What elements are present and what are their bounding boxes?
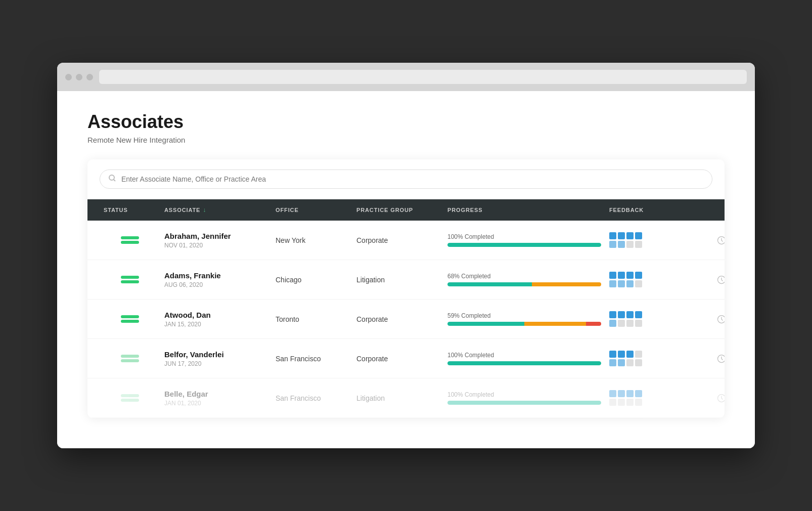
feedback-dot: [609, 311, 616, 318]
feedback-dot: [618, 280, 625, 287]
associate-name: Abraham, Jennifer: [164, 231, 267, 241]
search-input-wrap[interactable]: [100, 169, 712, 189]
practice-group-cell: Corporate: [352, 230, 443, 251]
feedback-dot: [626, 280, 634, 287]
feedback-dot: [609, 390, 616, 397]
feedback-dot: [635, 272, 642, 279]
feedback-grid: [609, 232, 702, 248]
status-cell: [100, 349, 160, 368]
clock-icon[interactable]: [716, 314, 725, 324]
feedback-grid: [609, 272, 702, 287]
practice-group-cell: Litigation: [352, 269, 443, 290]
th-progress: PROGRESS: [443, 200, 605, 220]
th-associate[interactable]: ASSOCIATE ↓: [160, 199, 272, 221]
feedback-dot: [635, 280, 642, 287]
table-body: Abraham, JenniferNOV 01, 2020New YorkCor…: [87, 221, 725, 418]
svg-point-24: [718, 315, 725, 323]
associate-cell[interactable]: Abraham, JenniferNOV 01, 2020: [160, 225, 272, 256]
table-row[interactable]: Atwood, DanJAN 15, 2020TorontoCorporate5…: [87, 300, 725, 339]
office-cell: New York: [272, 230, 352, 251]
progress-label: 100% Completed: [447, 391, 601, 398]
actions-cell: [706, 308, 725, 330]
feedback-dot: [635, 241, 642, 248]
practice-group-cell: Corporate: [352, 348, 443, 369]
progress-label: 100% Completed: [447, 352, 601, 359]
associate-cell[interactable]: Adams, FrankieAUG 06, 2020: [160, 265, 272, 295]
feedback-dot: [626, 351, 634, 358]
feedback-grid: [609, 351, 702, 366]
clock-icon[interactable]: [716, 393, 725, 403]
feedback-dot: [618, 241, 625, 248]
svg-line-1: [114, 180, 116, 182]
actions-cell: [706, 387, 725, 409]
status-cell: [100, 230, 160, 250]
progress-label: 100% Completed: [447, 233, 601, 240]
status-cell: [100, 388, 160, 408]
feedback-dot: [609, 280, 616, 287]
status-indicator-2: [121, 320, 139, 323]
progress-fill-orange: [524, 322, 586, 326]
office-cell: Chicago: [272, 269, 352, 290]
feedback-dot: [635, 320, 642, 327]
feedback-cell: [605, 384, 706, 412]
feedback-dot: [618, 390, 625, 397]
th-practice-group: PRACTICE GROUP: [352, 200, 443, 220]
feedback-dot: [609, 399, 616, 406]
associate-date: NOV 01, 2020: [164, 242, 267, 249]
status-indicator-2: [121, 399, 139, 402]
table-container: STATUS ASSOCIATE ↓ OFFICE PRACTICE GROUP…: [87, 159, 725, 418]
table-row[interactable]: Abraham, JenniferNOV 01, 2020New YorkCor…: [87, 221, 725, 260]
practice-group-cell: Corporate: [352, 309, 443, 330]
table-row[interactable]: Adams, FrankieAUG 06, 2020ChicagoLitigat…: [87, 260, 725, 300]
address-bar: [99, 70, 747, 84]
search-input[interactable]: [121, 175, 704, 183]
associate-cell[interactable]: Atwood, DanJAN 15, 2020: [160, 304, 272, 334]
page-title: Associates: [87, 111, 725, 133]
status-indicator-2: [121, 280, 139, 283]
office-cell: San Francisco: [272, 348, 352, 369]
th-status: STATUS: [100, 200, 160, 220]
associate-date: JAN 01, 2020: [164, 400, 267, 407]
traffic-light-close: [65, 74, 72, 80]
status-indicator-2: [121, 241, 139, 244]
feedback-dot: [626, 320, 634, 327]
feedback-dot: [618, 272, 625, 279]
feedback-dot: [609, 351, 616, 358]
svg-point-35: [718, 355, 725, 362]
feedback-dot: [609, 232, 616, 239]
associate-cell[interactable]: Belfor, VanderleiJUN 17, 2020: [160, 344, 272, 374]
th-actions: [706, 203, 725, 217]
feedback-cell: [605, 226, 706, 254]
associate-name: Adams, Frankie: [164, 271, 267, 281]
th-office: OFFICE: [272, 200, 352, 220]
clock-icon[interactable]: [716, 235, 725, 245]
associate-date: JUN 17, 2020: [164, 360, 267, 367]
progress-track: [447, 243, 601, 247]
progress-track: [447, 322, 601, 326]
feedback-dot: [609, 272, 616, 279]
associate-name: Belle, Edgar: [164, 389, 267, 399]
progress-fill-green: [447, 322, 524, 326]
table-row[interactable]: Belle, EdgarJAN 01, 2020San FranciscoLit…: [87, 378, 725, 418]
clock-icon[interactable]: [716, 354, 725, 364]
practice-group-cell: Litigation: [352, 388, 443, 409]
progress-track: [447, 401, 601, 405]
status-cell: [100, 270, 160, 289]
clock-icon[interactable]: [716, 275, 725, 285]
progress-track: [447, 282, 601, 286]
sort-arrow-icon: ↓: [203, 206, 206, 214]
status-indicator: [121, 276, 139, 279]
feedback-cell: [605, 305, 706, 333]
traffic-light-minimize: [76, 74, 82, 80]
table-row[interactable]: Belfor, VanderleiJUN 17, 2020San Francis…: [87, 339, 725, 378]
feedback-dot: [609, 359, 616, 366]
feedback-dot: [635, 399, 642, 406]
actions-cell: [706, 269, 725, 291]
svg-point-2: [718, 236, 725, 244]
status-indicator: [121, 355, 139, 358]
progress-fill-green: [447, 361, 601, 365]
feedback-dot: [635, 351, 642, 358]
associate-cell[interactable]: Belle, EdgarJAN 01, 2020: [160, 383, 272, 413]
status-indicator: [121, 394, 139, 397]
progress-fill-green: [447, 401, 601, 405]
